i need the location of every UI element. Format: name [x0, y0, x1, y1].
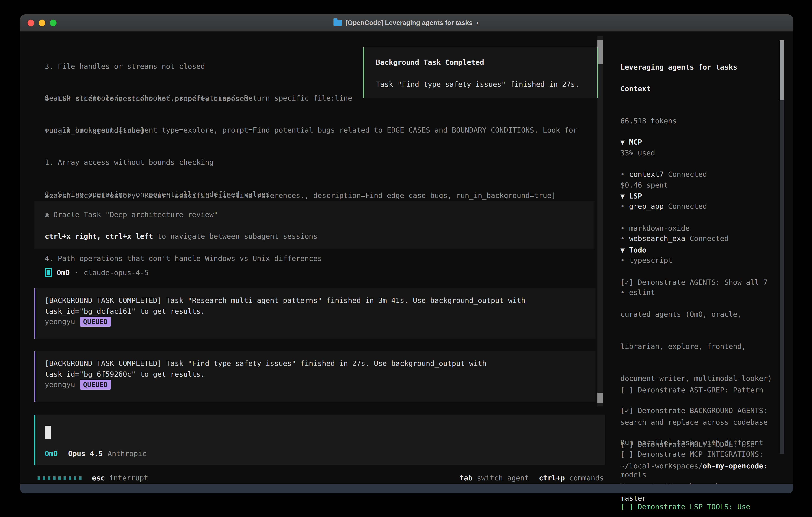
tool-call-line: ⚙ call_omo_agent [subagent_type=explore,… [45, 125, 577, 136]
half-circle-progress-icon: ◐ [476, 19, 480, 26]
text-line: 4. Path operations that don't handle Win… [45, 253, 577, 264]
working-spinner-dots [37, 477, 82, 480]
record-icon: ◉ [45, 211, 49, 219]
text-line: 3. File handles or streams not closed [45, 61, 249, 72]
agent-square-icon [45, 268, 52, 277]
triangle-down-icon: ▼ [620, 192, 625, 200]
status-bar: esc interrupt tab switch agent ctrl+p co… [37, 472, 604, 483]
desktop: { "window": { "title": "[OpenCode] Lever… [0, 0, 812, 517]
commands-key-label: commands [569, 472, 604, 483]
task-message-line: task_id="bg_6f59260c" to get results. [45, 369, 205, 380]
todo-line-done: [✓] Demonstrate AGENTS: Show all 7 [620, 277, 779, 288]
esc-key-hint: esc [92, 472, 105, 483]
title-bar[interactable]: [OpenCode] Leveraging agents for tasks ◐ [20, 15, 793, 32]
agent-name: OmO [57, 267, 70, 278]
provider-label: Anthropic [108, 448, 146, 459]
active-model-label[interactable]: Opus 4.5 [68, 448, 103, 459]
text-cursor [45, 426, 51, 439]
session-sidebar: Leveraging agents for tasks Context 66,5… [615, 32, 793, 484]
task-author: yeongyu [45, 379, 75, 390]
task-message-line: [BACKGROUND TASK COMPLETED] Task "Resear… [45, 295, 525, 306]
folder-icon [334, 20, 342, 26]
triangle-down-icon: ▼ [620, 246, 625, 254]
close-button[interactable] [28, 20, 34, 26]
todo-line-done: curated agents (OmO, oracle, [620, 309, 779, 320]
prompt-input[interactable]: OmO Opus 4.5 Anthropic [34, 415, 605, 465]
active-agent-label[interactable]: OmO [45, 448, 58, 459]
lsp-heading[interactable]: ▼ LSP [620, 191, 779, 201]
subagent-title: ◉ Oracle Task "Deep architecture review" [45, 209, 218, 220]
task-message-line: task_id="bg_dcfac161" to get results. [45, 306, 205, 317]
separator-dot: · [75, 267, 79, 278]
task-message-line: [BACKGROUND TASK COMPLETED] Task "Find t… [45, 358, 487, 369]
shortcut-hint: to navigate between subagent sessions [153, 232, 318, 240]
mcp-heading[interactable]: ▼ MCP [620, 137, 779, 147]
window-title-area: [OpenCode] Leveraging agents for tasks ◐ [20, 15, 793, 31]
zoom-button[interactable] [50, 20, 57, 26]
background-task-message[interactable]: [BACKGROUND TASK COMPLETED] Task "Find t… [34, 351, 596, 402]
gear-icon: ⚙ [45, 126, 49, 134]
tab-key-hint: tab [460, 472, 472, 483]
main-scrollbar-thumb[interactable] [598, 393, 603, 403]
window-title: [OpenCode] Leveraging agents for tasks [345, 19, 472, 27]
tab-key-label: switch agent [477, 472, 529, 483]
todo-heading[interactable]: ▼ Todo [620, 245, 779, 255]
subagent-nav-hint: ctrl+x right, ctrl+x left to navigate be… [45, 231, 318, 242]
esc-key-label: interrupt [109, 472, 148, 483]
text-line: 1. Array access without bounds checking [45, 157, 577, 168]
text-line: Search src/tools/, src/hooks/, src/featu… [45, 93, 352, 104]
sidebar-scrollbar-track[interactable] [780, 100, 784, 454]
status-bar-right: tab switch agent ctrl+p commands [460, 472, 604, 483]
commands-key-hint: ctrl+p [539, 472, 565, 483]
tool-call-text: call_omo_agent [subagent_type=explore, p… [53, 126, 577, 134]
triangle-down-icon: ▼ [620, 138, 625, 146]
agent-header: OmO · claude-opus-4-5 [45, 267, 149, 278]
window-bottom-edge [20, 484, 793, 493]
agent-model: claude-opus-4-5 [84, 267, 149, 278]
status-badge: QUEUED [80, 380, 111, 390]
app-content: 3. File handles or streams not closed 4.… [20, 32, 793, 484]
background-task-message[interactable]: [BACKGROUND TASK COMPLETED] Task "Resear… [34, 288, 596, 339]
terminal-window: [OpenCode] Leveraging agents for tasks ◐… [20, 15, 793, 493]
text-line: Search src/ directory. Return specific f… [45, 190, 556, 201]
model-row: OmO Opus 4.5 Anthropic [45, 448, 147, 459]
task-meta-row: yeongyu QUEUED [45, 316, 111, 327]
shortcut-keys: ctrl+x right, ctrl+x left [45, 232, 153, 240]
task-author: yeongyu [45, 316, 75, 327]
sidebar-scrollbar-thumb[interactable] [780, 40, 784, 100]
conversation-pane[interactable]: 3. File handles or streams not closed 4.… [20, 32, 615, 484]
workspace-path: ~/local-workspaces/oh-my-opencode: [620, 461, 779, 471]
task-meta-row: yeongyu QUEUED [45, 379, 111, 390]
minimize-button[interactable] [39, 20, 46, 26]
toast-notification[interactable]: Background Task Completed Task "Find typ… [363, 47, 598, 98]
status-badge: QUEUED [80, 317, 111, 327]
context-heading: Context [620, 83, 779, 94]
toast-title: Background Task Completed [376, 57, 484, 68]
subagent-session-card[interactable]: ◉ Oracle Task "Deep architecture review"… [34, 201, 594, 249]
todo-line-done: librarian, explore, frontend, [620, 341, 779, 352]
window-controls [28, 20, 57, 26]
toast-body: Task "Find type safety issues" finished … [376, 79, 579, 90]
todo-line-pending: [ ] Demonstrate AST-GREP: Pattern [620, 385, 779, 396]
